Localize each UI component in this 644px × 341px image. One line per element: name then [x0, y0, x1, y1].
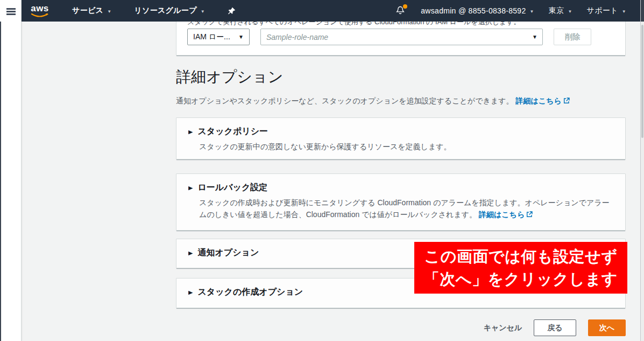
expand-arrow-icon: ▶	[188, 250, 193, 256]
aws-logo[interactable]: aws	[30, 4, 49, 18]
nav-support-label: サポート	[587, 6, 618, 16]
nav-services-label: サービス	[72, 6, 103, 16]
hamburger-menu-icon[interactable]	[6, 8, 16, 15]
stack-policy-section: ▶ スタックポリシー スタックの更新中の意図しない更新から保護するリソースを定義…	[176, 117, 626, 159]
rollback-config-description: スタックの作成時および更新時にモニタリングする CloudFormation の…	[199, 197, 614, 220]
annotation-line1: この画面では何も設定せず	[424, 245, 618, 268]
nav-region-label: 東京	[549, 6, 564, 16]
nav-support-menu[interactable]: サポート ▼	[587, 6, 626, 16]
advanced-options-heading: 詳細オプション	[176, 67, 283, 87]
chevron-down-icon: ▼	[107, 9, 111, 14]
annotation-line2: 「次へ」をクリックします	[424, 268, 618, 290]
rollback-config-description-text: スタックの作成時および更新時にモニタリングする CloudFormation の…	[199, 198, 610, 219]
next-button[interactable]: 次へ	[588, 319, 626, 336]
rollback-config-expander[interactable]: ▶ ロールバック設定	[188, 182, 614, 193]
iam-role-name-combobox: ▼	[260, 29, 543, 45]
chevron-down-icon: ▼	[568, 9, 572, 14]
learn-more-label: 詳細はこちら	[515, 96, 561, 105]
expand-arrow-icon: ▶	[188, 289, 193, 296]
advanced-options-description: 通知オプションやスタックポリシーなど、スタックのオプションを追加設定することがで…	[176, 96, 570, 106]
iam-role-name-input[interactable]	[260, 29, 543, 45]
nav-resource-groups-label: リソースグループ	[134, 6, 196, 16]
notification-options-title: 通知オプション	[197, 247, 259, 259]
aws-console-screen: aws サービス ▼ リソースグループ ▼	[0, 0, 644, 341]
annotation-callout: この画面では何も設定せず 「次へ」をクリックします	[414, 242, 627, 294]
iam-role-panel: スタックで実行されるすべてのオペレーションで使用する CloudFormatio…	[176, 22, 626, 55]
iam-role-type-select[interactable]: IAM ロー... ▼	[187, 29, 250, 45]
rollback-learn-more-link[interactable]: 詳細はこちら	[479, 210, 533, 219]
scrollbar[interactable]	[640, 0, 644, 341]
expand-arrow-icon: ▶	[188, 185, 193, 191]
stack-creation-options-title: スタックの作成オプション	[197, 287, 303, 298]
iam-role-type-value: IAM ロー...	[193, 32, 230, 42]
pushpin-icon[interactable]	[228, 7, 236, 15]
aws-logo-text: aws	[31, 4, 49, 13]
nav-resource-groups-menu[interactable]: リソースグループ ▼	[134, 6, 205, 16]
expand-arrow-icon: ▶	[188, 129, 193, 135]
nav-account-menu[interactable]: awsadmin @ 8855-0838-8592 ▼	[421, 6, 534, 15]
advanced-learn-more-link[interactable]: 詳細はこちら	[515, 96, 569, 105]
stack-policy-title: スタックポリシー	[197, 126, 268, 137]
iam-role-description: スタックで実行されるすべてのオペレーションで使用する CloudFormatio…	[187, 22, 521, 27]
delete-role-button[interactable]: 削除	[554, 29, 591, 45]
scrollbar-thumb[interactable]	[641, 25, 643, 138]
stack-policy-description: スタックの更新中の意図しない更新から保護するリソースを定義します。	[199, 141, 614, 153]
nav-account-label: awsadmin @ 8855-0838-8592	[421, 6, 526, 15]
external-link-icon	[563, 98, 570, 104]
learn-more-label: 詳細はこちら	[479, 210, 525, 219]
main-content: スタックで実行されるすべてのオペレーションで使用する CloudFormatio…	[22, 22, 640, 341]
chevron-down-icon: ▼	[622, 9, 626, 14]
back-button[interactable]: 戻る	[534, 319, 576, 336]
chevron-down-icon: ▼	[530, 9, 534, 14]
chevron-down-icon: ▼	[238, 34, 244, 40]
advanced-options-description-text: 通知オプションやスタックポリシーなど、スタックのオプションを追加設定することがで…	[176, 96, 513, 105]
scrollbar-top	[641, 0, 644, 22]
collapsed-sidebar	[0, 0, 22, 341]
notifications-bell-icon[interactable]	[395, 5, 406, 16]
top-navigation-bar: aws サービス ▼ リソースグループ ▼	[22, 0, 640, 22]
notification-dot	[403, 4, 407, 9]
aws-smile-icon	[30, 13, 49, 18]
nav-services-menu[interactable]: サービス ▼	[72, 6, 111, 16]
footer-actions: キャンセル 戻る 次へ	[176, 319, 626, 336]
stack-policy-expander[interactable]: ▶ スタックポリシー	[188, 126, 614, 137]
cancel-link[interactable]: キャンセル	[484, 323, 522, 333]
rollback-config-section: ▶ ロールバック設定 スタックの作成時および更新時にモニタリングする Cloud…	[176, 173, 626, 231]
window-left-edge	[0, 22, 1, 341]
rollback-config-title: ロールバック設定	[197, 182, 267, 193]
nav-region-menu[interactable]: 東京 ▼	[549, 6, 572, 16]
chevron-down-icon: ▼	[201, 9, 205, 14]
external-link-icon	[526, 211, 533, 218]
